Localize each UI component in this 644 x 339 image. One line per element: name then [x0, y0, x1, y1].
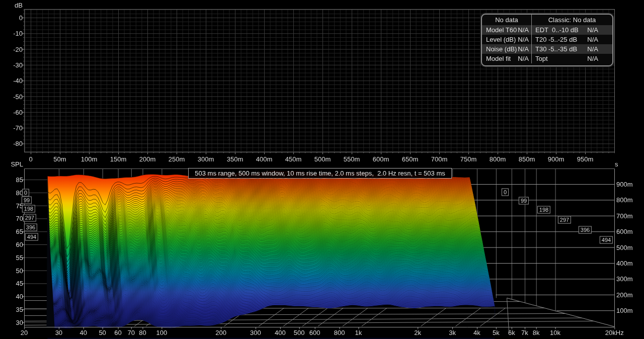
- time-tick-label: 750m: [460, 156, 477, 162]
- info-label: EDT 0..-10 dB: [535, 26, 579, 34]
- time-slice-tick-label: 100m: [616, 307, 633, 314]
- slice-time-box-label: 198: [537, 206, 550, 214]
- info-value: N/A: [518, 26, 529, 34]
- time-tick-label: 700m: [431, 156, 448, 162]
- spl-tick-label: 35: [16, 306, 23, 313]
- time-slice-tick-label: 300m: [616, 276, 633, 282]
- time-tick-label: 0: [29, 156, 32, 162]
- info-label: T30 -5..-35 dB: [535, 45, 577, 53]
- time-tick-label: 400m: [256, 156, 273, 162]
- time-tick-label: 600m: [373, 156, 389, 162]
- freq-tick-label: 200: [215, 329, 226, 336]
- info-table-row: Model T60N/AEDT 0..-10 dBN/A: [482, 25, 612, 35]
- freq-tick-label: 6k: [508, 329, 515, 336]
- measurement-info-table: No data Classic: No data Model T60N/AEDT…: [481, 14, 613, 66]
- info-value: N/A: [518, 36, 529, 43]
- time-tick-label: 300m: [198, 156, 214, 162]
- db-tick-label: -10: [13, 30, 23, 37]
- time-slice-tick-label: 500m: [616, 244, 633, 250]
- slice-time-box-label: 0: [502, 189, 509, 196]
- spl-tick-label: 30: [16, 319, 23, 325]
- spl-tick-label: 40: [16, 293, 23, 300]
- slice-time-box-label: 297: [558, 216, 571, 224]
- spl-tick-label: 85: [16, 177, 23, 183]
- time-tick-label: 950m: [577, 156, 594, 162]
- freq-tick-label: 4k: [473, 329, 480, 336]
- time-slice-tick-label: 800m: [616, 197, 633, 203]
- freq-tick-label: 2k: [414, 329, 421, 336]
- info-table-row: Noise (dB)N/AT30 -5..-35 dBN/A: [482, 44, 612, 54]
- freq-tick-label: 7k: [521, 329, 528, 336]
- time-slice-tick-label: 200m: [616, 291, 633, 298]
- db-tick-label: -20: [13, 46, 23, 52]
- spl-tick-label: 70: [16, 215, 23, 222]
- time-tick-label: 500m: [314, 156, 331, 162]
- freq-tick-label: 50: [99, 329, 106, 336]
- spl-tick-label: 65: [16, 228, 23, 235]
- freq-tick-label: 800: [334, 329, 345, 336]
- db-tick-label: -40: [13, 77, 23, 84]
- slice-time-box-label: 297: [23, 214, 36, 222]
- freq-tick-label: 10k: [550, 329, 560, 336]
- freq-tick-label: 30: [55, 329, 62, 336]
- db-tick-label: -30: [13, 61, 23, 68]
- freq-tick-label: 20kHz: [605, 329, 624, 336]
- time-tick-label: 850m: [519, 156, 535, 162]
- top-x-axis-unit-label: s: [615, 161, 618, 167]
- time-slice-tick-label: 700m: [616, 212, 633, 219]
- info-value: N/A: [518, 55, 529, 62]
- freq-tick-label: 1k: [355, 329, 362, 336]
- slice-time-box-label: 396: [24, 224, 37, 231]
- time-tick-label: 200m: [139, 156, 156, 162]
- time-tick-label: 450m: [285, 156, 302, 162]
- freq-tick-label: 300: [250, 329, 261, 336]
- db-tick-label: -70: [13, 125, 23, 131]
- info-label: Model fit: [486, 55, 511, 62]
- waterfall-y-axis-label: SPL: [11, 161, 23, 167]
- freq-tick-label: 5k: [493, 329, 500, 336]
- info-label: Topt: [535, 55, 548, 62]
- freq-tick-label: 600: [309, 329, 320, 336]
- info-table-row: Level (dB)N/AT20 -5..-25 dBN/A: [482, 35, 612, 44]
- info-table-row: Model fitN/AToptN/A: [482, 54, 612, 63]
- time-slice-tick-label: 400m: [616, 260, 633, 267]
- slice-time-box-label: 99: [519, 197, 529, 205]
- freq-tick-label: 20: [21, 329, 28, 336]
- freq-tick-label: 3k: [449, 329, 456, 336]
- time-tick-label: 50m: [53, 156, 66, 162]
- info-label: Model T60: [486, 26, 517, 34]
- db-tick-label: -60: [13, 109, 23, 115]
- info-value: N/A: [587, 26, 598, 34]
- spl-tick-label: 50: [16, 267, 23, 274]
- info-table-right-header: Classic: No data: [532, 15, 612, 25]
- slice-time-box-label: 396: [579, 226, 592, 234]
- db-tick-label: -50: [13, 93, 23, 100]
- db-tick-label: 0: [19, 15, 23, 21]
- info-label: Noise (dB): [486, 45, 517, 53]
- time-tick-label: 550m: [344, 156, 360, 162]
- time-tick-label: 100m: [81, 156, 98, 162]
- freq-tick-label: 40: [79, 329, 87, 336]
- time-slice-tick-label: 600m: [616, 228, 633, 235]
- slice-time-box-label: 494: [600, 236, 613, 244]
- info-label: Level (dB): [486, 36, 516, 43]
- info-value: N/A: [518, 45, 529, 53]
- slice-time-box-label: 99: [22, 197, 32, 204]
- info-value: N/A: [587, 55, 598, 62]
- slice-time-box-label: 198: [22, 205, 35, 213]
- waterfall-settings-title: 503 ms range, 500 ms window, 10 ms rise …: [188, 168, 452, 179]
- rew-graph-window: dB s SPL 050m100m150m200m250m300m350m400…: [0, 0, 644, 339]
- top-y-axis-unit-label: dB: [15, 2, 23, 9]
- spl-tick-label: 45: [16, 280, 23, 287]
- slice-time-box-label: 0: [22, 189, 29, 197]
- freq-tick-label: 80: [139, 329, 146, 336]
- info-table-header-row: No data Classic: No data: [482, 15, 612, 25]
- freq-tick-label: 8k: [533, 329, 540, 336]
- time-tick-label: 900m: [548, 156, 565, 162]
- time-slice-tick-label: 900m: [616, 181, 633, 188]
- freq-tick-label: 500: [294, 329, 305, 336]
- info-value: N/A: [587, 45, 598, 53]
- spl-tick-label: 60: [16, 241, 23, 248]
- freq-tick-label: 70: [128, 329, 135, 336]
- time-tick-label: 650m: [402, 156, 419, 162]
